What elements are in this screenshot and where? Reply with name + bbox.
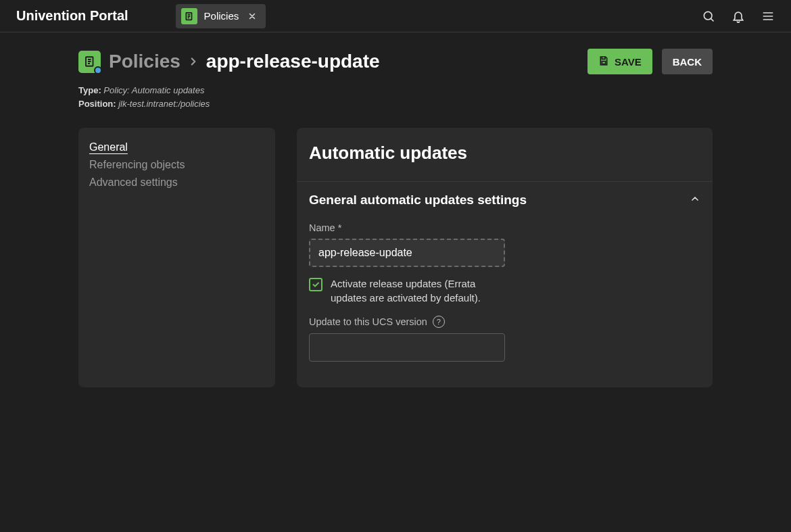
sidebar-item-referencing[interactable]: Referencing objects	[89, 156, 264, 174]
section-header[interactable]: General automatic updates settings	[297, 181, 713, 218]
field-activate: Activate release updates (Errata updates…	[309, 276, 512, 305]
page: Policies app-release-update SAVE BACK Ty…	[0, 32, 791, 387]
main-title: Automatic updates	[297, 128, 713, 181]
meta: Type: Policy: Automatic updates Position…	[78, 84, 713, 110]
breadcrumb-parent[interactable]: Policies	[109, 51, 181, 72]
page-title: app-release-update	[206, 51, 380, 72]
policies-icon	[181, 8, 197, 24]
back-label: BACK	[673, 56, 702, 68]
meta-position-label: Position	[78, 99, 113, 109]
policy-icon-badge	[94, 66, 102, 74]
brand-title: Univention Portal	[16, 8, 128, 24]
activate-label: Activate release updates (Errata updates…	[331, 276, 512, 305]
tabs: Policies	[176, 4, 266, 28]
chevron-right-icon	[187, 55, 199, 68]
app-header: Univention Portal Policies	[0, 0, 791, 32]
tab-policies[interactable]: Policies	[176, 4, 266, 28]
activate-checkbox[interactable]	[309, 278, 322, 291]
content: General Referencing objects Advanced set…	[78, 128, 713, 387]
name-label-text: Name	[309, 222, 335, 233]
sidebar-item-advanced[interactable]: Advanced settings	[89, 174, 264, 191]
field-name: Name *	[309, 222, 505, 267]
policies-page-icon	[78, 51, 101, 73]
version-input[interactable]	[309, 333, 505, 362]
search-icon[interactable]	[694, 0, 723, 32]
field-version: Update to this UCS version ?	[309, 316, 505, 362]
form: Name * Activate release updates (Errata …	[297, 218, 713, 387]
required-marker: *	[338, 222, 342, 233]
save-label: SAVE	[615, 56, 642, 68]
chevron-up-icon	[690, 193, 700, 207]
help-icon[interactable]: ?	[433, 316, 445, 328]
name-input[interactable]	[309, 239, 505, 267]
version-label-text: Update to this UCS version	[309, 316, 427, 327]
back-button[interactable]: BACK	[662, 49, 713, 74]
bell-icon[interactable]	[723, 0, 753, 32]
tab-label: Policies	[204, 10, 239, 22]
sidebar-item-general[interactable]: General	[89, 139, 264, 156]
section-title: General automatic updates settings	[309, 193, 690, 208]
main-panel: Automatic updates General automatic upda…	[297, 128, 713, 387]
meta-type-label: Type	[78, 85, 98, 95]
svg-rect-3	[602, 61, 605, 64]
version-label: Update to this UCS version ?	[309, 316, 505, 328]
close-icon[interactable]	[245, 9, 259, 23]
save-icon	[598, 55, 609, 68]
sidebar: General Referencing objects Advanced set…	[78, 128, 275, 387]
title-row: Policies app-release-update SAVE BACK	[78, 49, 713, 74]
menu-icon[interactable]	[753, 0, 783, 32]
meta-position-value: jlk-test.intranet:/policies	[118, 99, 210, 109]
name-label: Name *	[309, 222, 505, 233]
svg-point-1	[704, 11, 712, 20]
meta-type-value: Policy: Automatic updates	[103, 85, 204, 95]
save-button[interactable]: SAVE	[588, 49, 652, 74]
